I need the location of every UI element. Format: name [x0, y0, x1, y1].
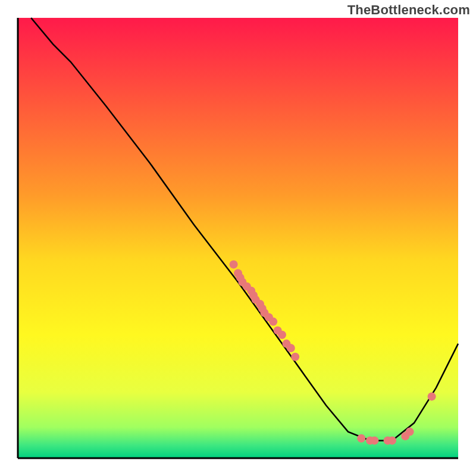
- data-point: [428, 392, 436, 400]
- data-point: [370, 436, 378, 444]
- data-point: [269, 318, 277, 326]
- data-point: [278, 331, 286, 339]
- bottleneck-chart: [0, 0, 476, 476]
- data-point: [388, 436, 396, 444]
- gradient-background: [18, 18, 458, 458]
- data-point: [287, 344, 295, 352]
- data-point: [357, 434, 365, 443]
- watermark-label: TheBottleneck.com: [347, 2, 470, 18]
- data-point: [291, 353, 299, 361]
- chart-frame: TheBottleneck.com: [0, 0, 476, 476]
- data-point: [230, 260, 238, 268]
- data-point: [406, 428, 414, 436]
